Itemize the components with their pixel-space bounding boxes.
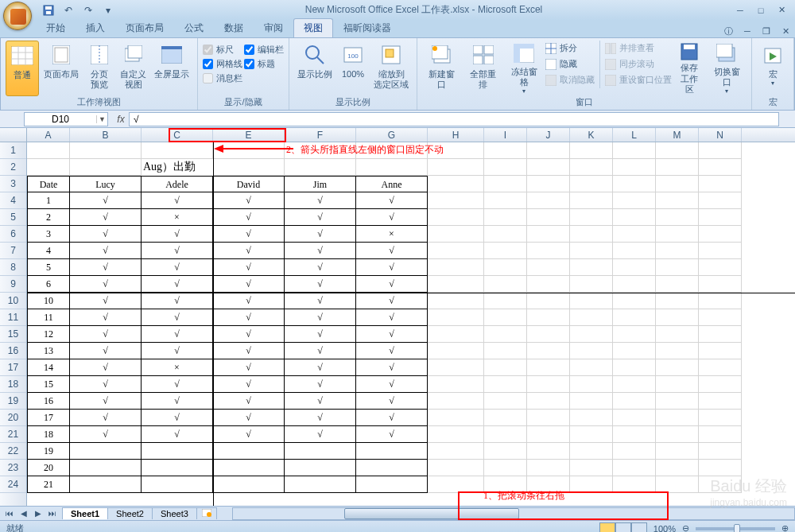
cell[interactable] — [484, 309, 527, 326]
cell[interactable]: √ — [213, 393, 285, 410]
cell[interactable] — [428, 343, 484, 359]
save-icon[interactable] — [40, 2, 57, 18]
cell[interactable]: √ — [213, 209, 285, 226]
cell[interactable] — [699, 276, 742, 293]
cell[interactable]: √ — [213, 410, 285, 426]
cell[interactable] — [570, 460, 613, 476]
cell[interactable] — [484, 142, 527, 159]
cell[interactable]: √ — [213, 343, 285, 359]
cell[interactable] — [356, 460, 428, 476]
cell[interactable]: √ — [213, 276, 285, 293]
cell[interactable] — [142, 476, 213, 493]
cell[interactable] — [613, 443, 656, 460]
row-header[interactable]: 16 — [0, 343, 26, 359]
cell[interactable]: 17 — [27, 410, 70, 426]
cell[interactable]: √ — [285, 393, 356, 410]
cell[interactable]: Jim — [285, 176, 356, 192]
zoom-selection-button[interactable]: 缩放到 选定区域 — [370, 41, 412, 96]
cell[interactable] — [699, 326, 742, 343]
cell[interactable]: 11 — [27, 309, 70, 326]
row-header[interactable]: 15 — [0, 326, 26, 343]
row-header[interactable]: 17 — [0, 359, 26, 376]
column-header-G[interactable]: G — [356, 128, 428, 142]
cell[interactable]: 3 — [27, 226, 70, 243]
cell[interactable] — [484, 226, 527, 243]
cell[interactable] — [699, 309, 742, 326]
cell[interactable] — [428, 460, 484, 476]
cell[interactable] — [428, 393, 484, 410]
cell[interactable]: √ — [70, 393, 142, 410]
page-break-button[interactable]: 分页 预览 — [83, 41, 115, 96]
cell[interactable] — [613, 243, 656, 259]
cell[interactable] — [656, 359, 699, 376]
cell[interactable] — [527, 326, 570, 343]
cell[interactable]: 18 — [27, 426, 70, 443]
cell[interactable]: √ — [356, 426, 428, 443]
column-header-H[interactable]: H — [428, 128, 484, 142]
cell[interactable]: √ — [285, 243, 356, 259]
cell[interactable]: 16 — [27, 393, 70, 410]
tab-review[interactable]: 审阅 — [254, 18, 293, 37]
cell[interactable]: √ — [213, 259, 285, 276]
cell[interactable]: 10 — [27, 293, 70, 309]
sheet-prev-icon[interactable]: ◀ — [17, 509, 30, 518]
cell[interactable] — [570, 410, 613, 426]
page-break-view-icon[interactable] — [631, 522, 647, 533]
cell[interactable] — [70, 142, 142, 159]
cell[interactable]: √ — [285, 326, 356, 343]
cell[interactable] — [484, 426, 527, 443]
row-header[interactable]: 2 — [0, 159, 26, 176]
cell[interactable] — [142, 443, 213, 460]
cell[interactable]: √ — [356, 309, 428, 326]
sheet-first-icon[interactable]: ⏮ — [3, 509, 16, 518]
cell[interactable] — [613, 476, 656, 493]
redo-icon[interactable]: ↷ — [80, 2, 97, 18]
cell[interactable] — [428, 426, 484, 443]
cell[interactable] — [656, 443, 699, 460]
cell[interactable] — [699, 192, 742, 209]
cell[interactable]: 12 — [27, 326, 70, 343]
cell[interactable] — [613, 259, 656, 276]
cell[interactable]: √ — [213, 293, 285, 309]
cell[interactable]: David — [213, 176, 285, 192]
cell[interactable] — [527, 309, 570, 326]
row-header[interactable]: 5 — [0, 209, 26, 226]
unhide-button[interactable]: 取消隐藏 — [545, 74, 595, 86]
cell[interactable] — [428, 226, 484, 243]
cell[interactable]: √ — [356, 276, 428, 293]
arrange-all-button[interactable]: 全部重排 — [463, 41, 503, 96]
cell[interactable] — [699, 259, 742, 276]
sheet-tab-new[interactable] — [196, 507, 217, 519]
cell[interactable] — [699, 293, 742, 309]
cell[interactable] — [428, 209, 484, 226]
cell[interactable] — [484, 343, 527, 359]
cell[interactable] — [699, 343, 742, 359]
cell[interactable]: 5 — [27, 259, 70, 276]
normal-view-icon[interactable] — [599, 522, 615, 533]
cell[interactable] — [428, 476, 484, 493]
cell[interactable]: × — [142, 209, 213, 226]
cell[interactable] — [699, 159, 742, 176]
cell[interactable]: √ — [356, 376, 428, 393]
cell[interactable]: 13 — [27, 343, 70, 359]
cell[interactable] — [699, 443, 742, 460]
tab-view[interactable]: 视图 — [293, 18, 333, 37]
tab-formulas[interactable]: 公式 — [174, 18, 214, 37]
cell[interactable] — [570, 192, 613, 209]
cell[interactable] — [656, 259, 699, 276]
cell[interactable]: √ — [213, 376, 285, 393]
cell[interactable]: √ — [356, 293, 428, 309]
sheet-tab-1[interactable]: Sheet1 — [62, 507, 108, 519]
cell[interactable] — [527, 226, 570, 243]
cell[interactable]: Aug）出勤 — [142, 159, 213, 176]
cell[interactable] — [656, 460, 699, 476]
cell[interactable]: √ — [142, 426, 213, 443]
fx-button[interactable]: fx — [113, 112, 129, 126]
cell[interactable] — [213, 476, 285, 493]
row-header[interactable]: 1 — [0, 142, 26, 159]
cell[interactable] — [527, 293, 570, 309]
cell[interactable] — [527, 359, 570, 376]
hundred-percent-button[interactable]: 100100% — [337, 41, 369, 96]
normal-view-button[interactable]: 普通 — [6, 41, 39, 96]
cell[interactable] — [699, 426, 742, 443]
